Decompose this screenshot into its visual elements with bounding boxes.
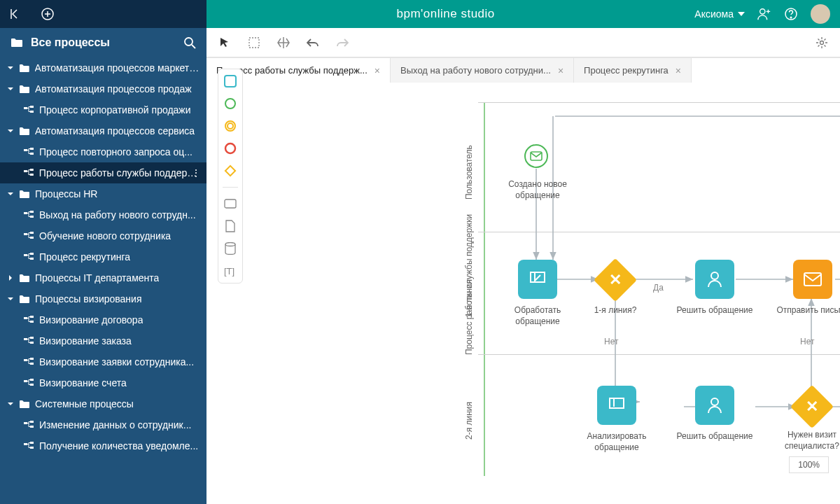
menu-toggle-icon[interactable]: [8, 7, 22, 21]
cap-n1: Обработать обращение: [499, 305, 576, 327]
svg-point-3: [790, 17, 792, 18]
tree-item[interactable]: Процесс рекрутинга: [0, 246, 206, 267]
svg-rect-39: [30, 442, 34, 444]
svg-rect-41: [249, 38, 259, 48]
add-process-icon[interactable]: [41, 7, 55, 21]
tree-group[interactable]: Процессы визирования: [0, 288, 206, 309]
svg-rect-5: [24, 107, 27, 109]
svg-rect-32: [24, 380, 27, 382]
tree-item[interactable]: Выход на работу нового сотрудн...: [0, 204, 206, 225]
tree-item[interactable]: Визирование счета: [0, 372, 206, 393]
svg-point-4: [185, 38, 192, 46]
tree-group[interactable]: Автоматизация процессов сервиса: [0, 120, 206, 141]
svg-rect-17: [24, 233, 27, 235]
tree-item[interactable]: Процесс работы службы поддерж...⋮: [0, 162, 206, 183]
cap-n3: Отправить письмо: [774, 305, 840, 316]
tree-group[interactable]: Автоматизация процессов продаж: [0, 78, 206, 99]
svg-rect-19: [30, 237, 34, 239]
tree-group[interactable]: Автоматизация процессов маркети...: [0, 57, 206, 78]
cap-n7: Решить обращение: [676, 431, 753, 442]
add-user-icon[interactable]: [757, 7, 771, 21]
svg-rect-9: [30, 148, 34, 150]
zoom-indicator[interactable]: 100%: [789, 456, 829, 473]
palette-datastore-icon[interactable]: [224, 242, 237, 255]
svg-rect-14: [24, 212, 27, 214]
tree-group[interactable]: Процессы IT департамента: [0, 267, 206, 288]
svg-rect-38: [24, 443, 27, 445]
user-avatar[interactable]: [811, 4, 830, 24]
tree-item[interactable]: Визирование заявки сотрудника...: [0, 351, 206, 372]
svg-text:[T]: [T]: [224, 266, 234, 276]
svg-rect-27: [30, 337, 34, 339]
svg-point-50: [225, 243, 235, 246]
node-resolve-1[interactable]: [695, 260, 734, 299]
svg-rect-29: [24, 359, 27, 361]
tree-item[interactable]: Процесс повторного запроса оц...: [0, 141, 206, 162]
node-process-request[interactable]: [518, 260, 557, 299]
pan-tool-icon[interactable]: [276, 36, 290, 50]
svg-rect-31: [30, 363, 34, 365]
svg-point-1: [760, 9, 765, 14]
tree-item[interactable]: Обучение нового сотрудника: [0, 225, 206, 246]
lane-label-user: Пользователь: [464, 116, 478, 228]
svg-rect-21: [30, 253, 34, 255]
svg-rect-20: [24, 254, 27, 256]
cap-g3: Нужен визит специалиста?: [774, 430, 840, 451]
undo-icon[interactable]: [306, 36, 320, 50]
brand-title: bpm'online studio: [206, 7, 685, 21]
tree-group[interactable]: Системные процессы: [0, 393, 206, 414]
lasso-tool-icon[interactable]: [247, 36, 261, 50]
top-bar: bpm'online studio Аксиома: [0, 0, 840, 28]
lane-label-l2: 2-я линия: [464, 368, 478, 473]
node-analyze[interactable]: [597, 386, 636, 425]
tree-item[interactable]: Получение количества уведомле...: [0, 435, 206, 456]
palette-document-icon[interactable]: [224, 220, 237, 232]
svg-rect-43: [225, 76, 236, 87]
org-name: Аксиома: [694, 8, 734, 20]
svg-rect-8: [24, 149, 27, 151]
settings-icon[interactable]: [815, 36, 829, 50]
tree-item[interactable]: Изменение данных о сотрудник...: [0, 414, 206, 435]
svg-rect-10: [30, 153, 34, 155]
svg-rect-33: [30, 379, 34, 381]
redo-icon[interactable]: [335, 36, 349, 50]
tree-group[interactable]: Процессы HR: [0, 183, 206, 204]
gateway-line1[interactable]: ✕: [594, 258, 637, 302]
gateway-visit[interactable]: ✕: [790, 385, 834, 428]
lane-label-l1: 1-я линия: [464, 246, 478, 351]
svg-point-59: [711, 398, 718, 405]
palette-text-annotation-icon[interactable]: [T]: [224, 265, 237, 277]
edge-yes: Да: [653, 283, 664, 293]
process-tree: Автоматизация процессов маркети...Автома…: [0, 57, 206, 463]
svg-rect-40: [30, 447, 34, 449]
org-selector[interactable]: Аксиома: [694, 8, 745, 20]
start-event[interactable]: [524, 144, 548, 168]
svg-rect-48: [225, 166, 235, 176]
palette-intermediate-event-icon[interactable]: [224, 120, 237, 132]
palette-end-event-icon[interactable]: [224, 142, 237, 155]
palette-task-icon[interactable]: [224, 75, 237, 88]
svg-rect-58: [610, 398, 624, 408]
palette-container-icon[interactable]: [224, 197, 237, 210]
search-icon[interactable]: [183, 36, 197, 50]
help-icon[interactable]: [784, 7, 798, 21]
palette-gateway-icon[interactable]: [224, 164, 237, 177]
sidebar-header: Все процессы: [0, 28, 206, 57]
palette-start-event-icon[interactable]: [224, 97, 237, 110]
node-send-email[interactable]: [793, 260, 832, 299]
svg-rect-49: [225, 200, 236, 208]
svg-point-47: [225, 144, 235, 153]
tree-item[interactable]: Процесс корпоративной продажи: [0, 99, 206, 120]
pointer-tool-icon[interactable]: [218, 36, 232, 50]
tree-item[interactable]: Визирование договора: [0, 309, 206, 330]
tree-item[interactable]: Визирование заказа: [0, 330, 206, 351]
svg-rect-7: [30, 111, 34, 113]
cap-g1: 1-я линия?: [577, 305, 654, 316]
node-resolve-2[interactable]: [695, 386, 734, 425]
svg-point-54: [711, 272, 718, 279]
canvas-area: [T] Процесс работы службы поддержки Поль…: [206, 28, 840, 504]
sidebar-title: Все процессы: [31, 36, 110, 49]
bpmn-diagram[interactable]: Процесс работы службы поддержки Пользова…: [254, 67, 840, 476]
cap-n6: Анализировать обращение: [578, 431, 655, 453]
svg-rect-11: [24, 170, 27, 172]
